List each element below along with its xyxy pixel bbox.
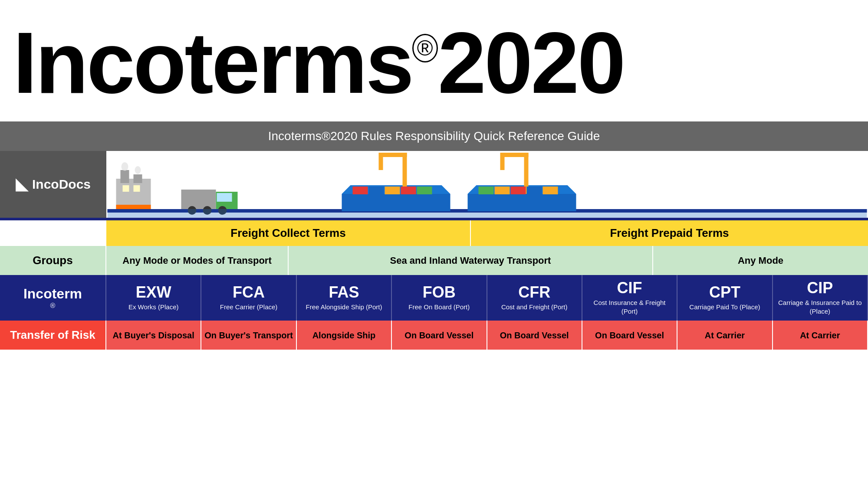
risk-col-cfr: On Board Vessel (487, 321, 582, 350)
risk-col-cpt: At Carrier (677, 321, 773, 350)
risk-label-cell: Transfer of Risk (0, 321, 106, 350)
incoterm-desc-exw: Ex Works (Place) (128, 303, 179, 311)
svg-rect-20 (353, 187, 368, 194)
svg-rect-32 (511, 187, 526, 194)
risk-col-cif: On Board Vessel (582, 321, 677, 350)
svg-rect-1 (116, 179, 151, 209)
risk-col-cip: At Carrier (773, 321, 868, 350)
groups-sea-inland: Sea and Inland Waterway Transport (289, 246, 653, 275)
svg-rect-6 (123, 185, 129, 192)
incoterm-label-cell: Incoterm® (0, 275, 106, 321)
risk-col-fob: On Board Vessel (392, 321, 487, 350)
groups-row: Groups Any Mode or Modes of Transport Se… (0, 246, 868, 275)
incoterm-desc-fob: Free On Board (Port) (408, 303, 470, 311)
incoterm-desc-cif: Cost Insurance & Freight (Port) (585, 298, 674, 315)
incoterm-desc-fca: Free Carrier (Place) (220, 303, 278, 311)
risk-value-fob: On Board Vessel (404, 330, 473, 341)
svg-rect-7 (134, 185, 140, 192)
incoterm-code-fob: FOB (423, 285, 456, 300)
risk-value-cfr: On Board Vessel (500, 330, 569, 341)
svg-rect-31 (495, 187, 510, 194)
incoterm-label: Incoterm (23, 286, 82, 302)
freight-collect-banner: Freight Collect Terms (106, 220, 471, 246)
svg-rect-25 (468, 194, 576, 211)
risk-value-cif: On Board Vessel (595, 330, 664, 341)
svg-rect-30 (479, 187, 494, 194)
svg-rect-9 (181, 190, 216, 209)
risk-value-fca: On Buyer's Transport (204, 330, 293, 341)
svg-rect-23 (401, 187, 416, 194)
title-section: Incoterms®2020 (0, 0, 868, 121)
svg-rect-2 (121, 170, 129, 183)
incoterm-col-fob: FOB Free On Board (Port) (392, 275, 487, 321)
svg-rect-15 (342, 194, 450, 211)
groups-label: Groups (0, 246, 106, 275)
incoterm-col-fas: FAS Free Alongside Ship (Port) (297, 275, 392, 321)
incoterm-col-cpt: CPT Carriage Paid To (Place) (677, 275, 773, 321)
scene-illustration (106, 153, 868, 218)
risk-row: Transfer of Risk At Buyer's Disposal On … (0, 321, 868, 350)
incoterm-desc-cip: Carriage & Insurance Paid to (Place) (776, 298, 865, 315)
risk-value-cpt: At Carrier (705, 330, 745, 341)
svg-rect-35 (108, 209, 867, 218)
incoterm-code-cip: CIP (807, 280, 833, 296)
freight-banner-spacer (0, 220, 106, 246)
title-year: 2020 (438, 14, 624, 111)
incoterm-code-cif: CIF (617, 280, 642, 296)
subtitle-bar: Incoterms®2020 Rules Responsibility Quic… (0, 121, 868, 151)
incoterm-code-fca: FCA (233, 285, 265, 300)
registered-mark: ® (412, 34, 438, 62)
incoterm-registered: ® (50, 302, 56, 310)
incoterm-col-cif: CIF Cost Insurance & Freight (Port) (582, 275, 677, 321)
incoterm-desc-fas: Free Alongside Ship (Port) (306, 303, 382, 311)
illustration-row: ◣ IncoDocs (0, 151, 868, 220)
svg-point-4 (122, 162, 128, 171)
logo-icon: ◣ (16, 175, 28, 193)
risk-col-fas: Alongside Ship (297, 321, 392, 350)
svg-rect-29 (500, 153, 505, 170)
svg-rect-34 (543, 187, 558, 194)
incoterm-code-cfr: CFR (518, 285, 550, 300)
incoterm-desc-cfr: Cost and Freight (Port) (501, 303, 568, 311)
illustration-area (106, 151, 868, 218)
svg-rect-22 (385, 187, 400, 194)
svg-rect-19 (379, 153, 383, 170)
incoterm-col-fca: FCA Free Carrier (Place) (201, 275, 296, 321)
incoterm-desc-cpt: Carriage Paid To (Place) (689, 303, 760, 311)
freight-prepaid-banner: Freight Prepaid Terms (471, 220, 868, 246)
svg-rect-18 (381, 153, 407, 157)
subtitle-text: Incoterms®2020 Rules Responsibility Quic… (268, 129, 600, 143)
groups-any-mode: Any Mode or Modes of Transport (106, 246, 289, 275)
svg-rect-21 (369, 187, 384, 194)
title-main: Incoterms (13, 14, 412, 111)
incoterm-code-exw: EXW (136, 285, 171, 300)
incoterm-col-exw: EXW Ex Works (Place) (106, 275, 201, 321)
incoterm-col-cip: CIP Carriage & Insurance Paid to (Place) (773, 275, 868, 321)
svg-rect-8 (116, 205, 151, 209)
logo: ◣ IncoDocs (16, 175, 91, 193)
svg-rect-28 (503, 153, 529, 157)
groups-any-mode-right: Any Mode (653, 246, 868, 275)
risk-value-cip: At Carrier (800, 330, 840, 341)
freight-banner: Freight Collect Terms Freight Prepaid Te… (0, 220, 868, 246)
svg-rect-14 (217, 193, 232, 202)
svg-rect-24 (417, 187, 432, 194)
logo-area: ◣ IncoDocs (0, 151, 106, 218)
incoterm-code-fas: FAS (329, 285, 359, 300)
risk-col-fca: On Buyer's Transport (201, 321, 296, 350)
risk-value-fas: Alongside Ship (312, 330, 376, 341)
risk-col-exw: At Buyer's Disposal (106, 321, 201, 350)
svg-rect-33 (527, 187, 542, 194)
logo-name: IncoDocs (32, 177, 91, 192)
risk-label: Transfer of Risk (10, 328, 95, 342)
incoterm-code-cpt: CPT (709, 285, 740, 300)
svg-rect-3 (134, 174, 142, 183)
risk-value-exw: At Buyer's Disposal (113, 330, 194, 341)
svg-point-5 (135, 166, 141, 174)
incoterm-col-cfr: CFR Cost and Freight (Port) (487, 275, 582, 321)
incoterm-row: Incoterm® EXW Ex Works (Place) FCA Free … (0, 275, 868, 321)
